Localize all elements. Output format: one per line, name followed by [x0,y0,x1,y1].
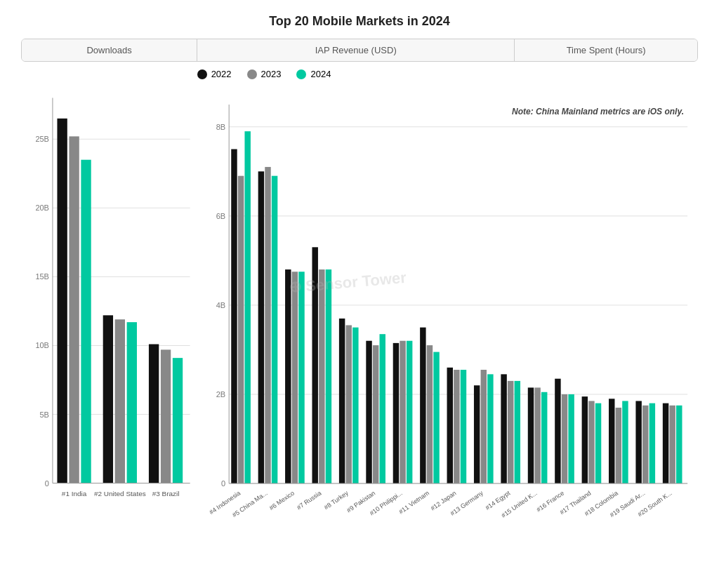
svg-rect-45 [291,272,297,483]
svg-rect-61 [400,341,405,483]
legend-dot-2022 [197,69,207,79]
legend: 2022 2023 2024 [197,69,698,79]
svg-rect-88 [581,396,587,483]
legend-dot-2024 [296,69,306,79]
svg-rect-93 [615,408,621,483]
svg-text:#2 United States: #2 United States [94,490,146,497]
svg-rect-76 [501,374,506,483]
svg-text:0: 0 [221,479,225,488]
svg-rect-94 [622,401,628,483]
svg-rect-70 [460,370,466,483]
svg-rect-58 [379,334,385,483]
svg-text:4B: 4B [216,301,225,309]
svg-rect-65 [426,345,432,483]
svg-rect-21 [161,349,171,483]
svg-rect-68 [447,368,452,483]
right-chart-svg: 02B4B6B8B#4 Indonesia#5 China Ma...#6 Me… [197,83,698,526]
svg-text:#6 Mexico: #6 Mexico [268,489,295,512]
svg-rect-41 [265,167,270,483]
legend-label-2023: 2023 [261,69,282,79]
svg-rect-12 [57,119,67,483]
svg-rect-16 [103,315,113,483]
svg-text:6B: 6B [216,212,225,220]
svg-rect-69 [454,370,459,483]
svg-text:#1 India: #1 India [62,490,87,497]
svg-text:20B: 20B [35,203,49,212]
svg-rect-56 [366,341,371,483]
svg-text:8B: 8B [216,123,225,131]
svg-rect-46 [298,272,304,483]
svg-text:#11 Vietnam: #11 Vietnam [397,489,430,515]
note: Note: China Mainland metrics are iOS onl… [512,105,684,117]
svg-rect-84 [555,379,560,483]
svg-rect-40 [258,171,263,483]
legend-item-2022: 2022 [197,69,232,79]
legend-label-2022: 2022 [211,69,232,79]
svg-text:2B: 2B [216,390,225,399]
section-headers: Downloads IAP Revenue (USD) Time Spent (… [21,39,698,62]
svg-rect-54 [352,328,358,483]
svg-rect-52 [339,319,345,483]
svg-rect-62 [407,341,412,483]
svg-rect-102 [676,406,682,483]
svg-rect-48 [312,247,317,483]
legend-dot-2023 [247,69,257,79]
svg-rect-37 [237,176,243,483]
header-downloads: Downloads [22,39,197,61]
svg-rect-85 [561,394,567,483]
header-time: Time Spent (Hours) [515,39,697,61]
svg-rect-57 [373,345,378,483]
svg-rect-20 [149,345,159,483]
svg-rect-80 [527,387,533,483]
svg-rect-81 [534,387,540,483]
svg-rect-36 [231,149,237,483]
svg-rect-72 [474,385,480,483]
svg-rect-100 [662,403,668,483]
svg-rect-49 [319,269,324,483]
right-chart: 02B4B6B8B#4 Indonesia#5 China Ma...#6 Me… [197,83,698,526]
svg-rect-77 [508,381,513,483]
svg-rect-42 [271,176,277,483]
svg-text:#3 Brazil: #3 Brazil [152,490,180,497]
chart-container: Top 20 Mobile Markets in 2024 Downloads … [0,0,719,588]
svg-rect-97 [642,406,648,483]
svg-rect-53 [345,325,351,483]
svg-rect-82 [541,392,547,483]
svg-rect-90 [595,403,600,483]
svg-rect-38 [244,131,250,483]
svg-rect-89 [588,401,594,483]
legend-label-2024: 2024 [310,69,331,79]
svg-text:5B: 5B [40,410,49,419]
svg-rect-22 [173,358,183,483]
legend-item-2023: 2023 [247,69,282,79]
svg-rect-60 [393,343,398,483]
svg-rect-78 [514,381,520,483]
svg-rect-73 [480,370,486,483]
svg-rect-101 [669,406,675,483]
svg-rect-18 [127,322,137,483]
legend-item-2024: 2024 [296,69,331,79]
svg-rect-50 [325,269,331,483]
svg-rect-86 [568,394,574,483]
svg-rect-96 [635,401,641,483]
svg-rect-92 [609,399,614,483]
svg-text:0: 0 [45,479,49,488]
chart-title: Top 20 Mobile Markets in 2024 [21,14,698,29]
svg-rect-13 [69,136,79,483]
svg-text:15B: 15B [35,272,49,281]
left-chart-svg: 05B10B15B20B25B#1 India#2 United States#… [21,83,197,526]
svg-rect-17 [115,319,125,483]
svg-text:25B: 25B [35,135,49,143]
svg-text:#7 Russia: #7 Russia [296,489,323,511]
svg-rect-98 [649,403,654,483]
svg-rect-74 [487,374,493,483]
svg-rect-44 [285,269,291,483]
charts-area: 05B10B15B20B25B#1 India#2 United States#… [21,83,698,526]
header-iap: IAP Revenue (USD) [197,39,515,61]
svg-rect-14 [81,160,91,483]
svg-text:10B: 10B [35,341,49,349]
svg-rect-64 [420,328,426,483]
left-chart: 05B10B15B20B25B#1 India#2 United States#… [21,83,197,526]
svg-rect-66 [433,352,439,483]
